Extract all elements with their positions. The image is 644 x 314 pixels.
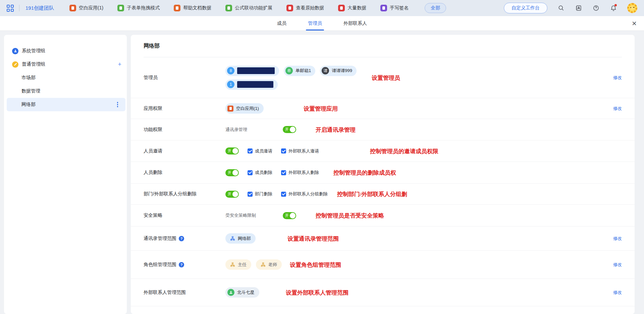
team-name[interactable]: 191创建团队: [25, 5, 54, 11]
checkbox-external-delete[interactable]: 外部联系人删除: [281, 170, 319, 176]
avatar: 1: [227, 81, 234, 88]
row-department-delete: 部门/外部联系人分组删除 开 部门删除 外部联系人分组删除 控制部门/外部联系人…: [131, 184, 635, 205]
toggle-on-label: 开: [285, 214, 289, 217]
external-scope-chip[interactable]: 北斗七星: [225, 287, 259, 298]
modify-link[interactable]: 修改: [613, 262, 622, 268]
row-label: 人员删除: [144, 170, 225, 176]
member-invite-toggle[interactable]: 开: [225, 147, 239, 154]
page-body: 系统管理组 普通管理组 + 市场部 数据管理 网络部 网络部 管理员: [0, 31, 644, 314]
tab-admins[interactable]: 管理员: [308, 16, 322, 30]
annotation: 控制管理员的邀请成员权限: [370, 147, 438, 155]
sidebar-item-department[interactable]: 数据管理: [4, 84, 127, 98]
close-icon[interactable]: ×: [632, 16, 637, 30]
pencil-icon: [12, 61, 18, 68]
custom-workbench-button[interactable]: 自定义工作台: [504, 3, 547, 13]
modify-link[interactable]: 修改: [613, 236, 622, 242]
checkbox-checked-icon: [281, 192, 286, 197]
department-delete-toggle[interactable]: 开: [225, 191, 239, 198]
sidebar-item-label: 市场部: [21, 75, 36, 81]
row-label-text: 通讯录管理范围: [144, 236, 176, 242]
more-options-icon[interactable]: [115, 101, 120, 109]
member-delete-toggle[interactable]: 开: [225, 169, 239, 176]
row-contacts-scope: 通讯录管理范围 ? 网络部 设置通讯录管理范围 修改: [131, 227, 635, 251]
toggle-on-label: 开: [228, 171, 231, 175]
avatar: 单: [285, 67, 293, 74]
checkbox-label: 成员删除: [255, 170, 272, 176]
app-name: 空白应用(1): [236, 106, 259, 112]
contacts-tabbar: 成员 管理员 外部联系人 ×: [0, 16, 644, 31]
admin-member-chip[interactable]: 8: [225, 66, 279, 76]
modify-link[interactable]: 修改: [613, 106, 622, 112]
tab-external-contacts[interactable]: 外部联系人: [343, 16, 367, 30]
security-policy-toggle[interactable]: 开: [283, 212, 296, 219]
sidebar-item-department-selected[interactable]: 网络部: [7, 98, 125, 111]
contacts-book-icon[interactable]: [575, 4, 582, 12]
toggle-on-label: 开: [228, 149, 231, 153]
checkbox-label: 外部联系人分组删除: [288, 191, 328, 197]
sidebar-item-label: 普通管理组: [22, 61, 45, 67]
app-tab[interactable]: 手写签名: [380, 5, 409, 11]
sidebar-item-department[interactable]: 市场部: [4, 71, 127, 84]
checkbox-department-delete[interactable]: 部门删除: [248, 191, 272, 197]
department-scope-chip[interactable]: 网络部: [225, 233, 256, 244]
checkbox-external-invite[interactable]: 外部联系人邀请: [281, 148, 319, 154]
contacts-management-toggle[interactable]: 开: [283, 126, 296, 133]
org-tree-icon: [230, 262, 235, 267]
contact-group-name: 北斗七星: [237, 290, 255, 296]
annotation: 控制管理员的删除成员权: [333, 169, 396, 177]
checkbox-external-group-delete[interactable]: 外部联系人分组删除: [281, 191, 328, 197]
help-icon[interactable]: [592, 4, 600, 12]
user-avatar[interactable]: [627, 3, 637, 13]
annotation: 设置管理员: [372, 74, 400, 81]
role-scope-chip[interactable]: 主任: [225, 259, 251, 270]
help-question-icon[interactable]: ?: [179, 262, 184, 267]
role-scope-chip[interactable]: 老师: [256, 259, 282, 270]
topbar-divider: [19, 5, 19, 11]
app-permission-chip[interactable]: 空白应用(1): [225, 103, 264, 114]
app-tab[interactable]: 查看原始数据: [286, 5, 324, 11]
admin-member-chip[interactable]: 谭 谭谭谭999: [320, 66, 357, 76]
help-question-icon[interactable]: ?: [179, 236, 184, 241]
app-icon: [117, 5, 124, 11]
person-icon: [12, 48, 18, 54]
row-label: 部门/外部联系人分组删除: [144, 191, 225, 197]
app-tab-label: 公式联动功能扩展: [235, 5, 272, 11]
row-security-policy: 安全策略 受安全策略限制 开 控制管理员是否受安全策略: [131, 205, 635, 227]
avatar: 8: [227, 67, 234, 74]
annotation: 设置管理应用: [304, 105, 338, 112]
app-tab[interactable]: 帮助文档数据: [174, 5, 211, 11]
row-label-text: 角色组管理范围: [144, 262, 176, 268]
sidebar-item-normal-group[interactable]: 普通管理组 +: [4, 58, 127, 71]
tab-members[interactable]: 成员: [277, 16, 286, 30]
page-title: 网络部: [144, 35, 622, 57]
checkbox-label: 外部联系人邀请: [288, 148, 319, 154]
app-tab[interactable]: 公式联动功能扩展: [225, 5, 272, 11]
app-tab[interactable]: 空白应用(1): [69, 5, 103, 11]
checkbox-member-invite[interactable]: 成员邀请: [248, 148, 272, 154]
checkbox-checked-icon: [248, 148, 253, 153]
role-name: 老师: [268, 262, 277, 268]
checkbox-checked-icon: [281, 170, 286, 175]
app-tab[interactable]: 大量数据: [338, 5, 366, 11]
app-tab[interactable]: 子表单拖拽模式: [117, 5, 160, 11]
apps-grid-icon[interactable]: [7, 5, 14, 12]
org-tree-icon: [230, 236, 235, 241]
admin-groups-sidebar: 系统管理组 普通管理组 + 市场部 数据管理 网络部: [4, 35, 127, 314]
row-role-scope: 角色组管理范围 ? 主任 老师 设置角色组管理范围 修改: [131, 251, 635, 279]
add-group-button[interactable]: +: [118, 61, 121, 67]
checkbox-label: 成员邀请: [255, 148, 272, 154]
app-tab-label: 大量数据: [347, 5, 366, 11]
notification-bell-icon[interactable]: [610, 4, 617, 12]
role-name: 主任: [238, 262, 247, 268]
search-icon[interactable]: [557, 4, 565, 12]
admin-member-chip[interactable]: 1: [225, 79, 278, 90]
all-apps-button[interactable]: 全部: [425, 3, 446, 13]
annotation: 开启通讯录管理: [316, 126, 356, 133]
modify-link[interactable]: 修改: [613, 75, 622, 81]
sidebar-item-system-group[interactable]: 系统管理组: [4, 44, 127, 58]
checkbox-member-delete[interactable]: 成员删除: [248, 170, 272, 176]
modify-link[interactable]: 修改: [613, 290, 622, 296]
row-label: 角色组管理范围 ?: [144, 262, 225, 268]
admin-member-chip[interactable]: 单 单邮箱1: [284, 66, 315, 76]
redacted-name: [237, 81, 273, 88]
